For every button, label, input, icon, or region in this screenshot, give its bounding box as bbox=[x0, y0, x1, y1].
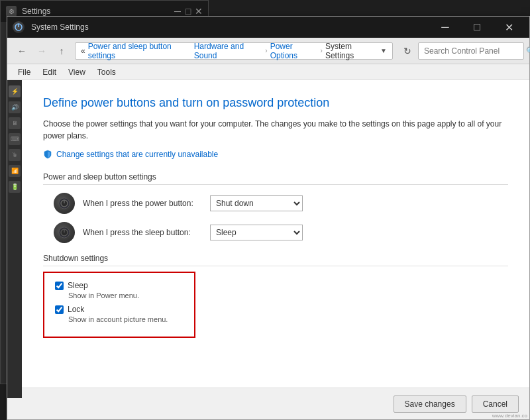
minimize-button[interactable]: ─ bbox=[430, 17, 460, 38]
refresh-button[interactable]: ↻ bbox=[398, 42, 417, 60]
sleep-checkbox-label: Sleep bbox=[68, 281, 88, 290]
outer-maximize-button[interactable]: □ bbox=[184, 7, 192, 15]
sleep-button-label: When I press the sleep button: bbox=[83, 228, 202, 237]
bottom-bar: Save changes Cancel bbox=[22, 388, 529, 419]
breadcrumb-sep-1: › bbox=[265, 47, 267, 54]
sleep-button-select[interactable]: Do nothing Sleep Hibernate Shut down Tur… bbox=[210, 225, 303, 240]
sidebar-icon-4[interactable]: 🖱 bbox=[9, 149, 21, 161]
breadcrumb-prefix: « bbox=[81, 46, 85, 56]
up-button[interactable]: ↑ bbox=[52, 42, 71, 60]
outer-close-button[interactable]: ✕ bbox=[195, 7, 203, 15]
page-title: Define power buttons and turn on passwor… bbox=[43, 96, 508, 110]
page-description: Choose the power settings that you want … bbox=[43, 118, 508, 142]
breadcrumb-dropdown-icon[interactable]: ▼ bbox=[380, 47, 387, 54]
power-button-select[interactable]: Do nothing Sleep Hibernate Shut down Tur… bbox=[210, 195, 303, 211]
watermark: www.devian.co bbox=[492, 413, 527, 419]
power-button-row: When I press the power button: Do nothin… bbox=[43, 193, 508, 214]
power-button-label: When I press the power button: bbox=[83, 199, 202, 208]
sleep-button-row: When I press the sleep button: Do nothin… bbox=[43, 222, 508, 243]
breadcrumb-hardware-sound-label[interactable]: Hardware and Sound bbox=[194, 42, 263, 60]
shutdown-box: Sleep Show in Power menu. Lock Show in a… bbox=[43, 272, 195, 338]
navbar: ← → ↑ « Power and sleep button settings … bbox=[7, 38, 529, 64]
sidebar-icon-2[interactable]: 🖥 bbox=[9, 117, 21, 129]
main-titlebar: System Settings ─ □ ✕ bbox=[7, 17, 529, 38]
forward-button[interactable]: → bbox=[32, 42, 51, 60]
cancel-button[interactable]: Cancel bbox=[472, 395, 519, 413]
settings-link[interactable]: Change settings that are currently unava… bbox=[43, 150, 508, 159]
lock-checkbox-label: Lock bbox=[68, 305, 84, 314]
sidebar-icon-1[interactable]: 🔊 bbox=[9, 101, 21, 113]
main-titlebar-controls[interactable]: ─ □ ✕ bbox=[430, 17, 524, 38]
search-icon[interactable]: 🔍 bbox=[526, 46, 530, 56]
left-sidebar: ⚡ 🔊 🖥 ⌨ 🖱 📶 🔋 bbox=[7, 80, 22, 398]
sleep-sub-label: Show in Power menu. bbox=[68, 291, 184, 299]
outer-window-title: Settings bbox=[22, 7, 168, 16]
sidebar-icon-3[interactable]: ⌨ bbox=[9, 133, 21, 145]
sleep-checkbox[interactable] bbox=[55, 282, 64, 290]
search-input[interactable] bbox=[424, 46, 523, 56]
breadcrumb-current: System Settings bbox=[325, 42, 378, 60]
menu-tools[interactable]: Tools bbox=[92, 66, 121, 78]
lock-sub-label: Show in account picture menu. bbox=[68, 315, 184, 323]
outer-window-icon: ⚙ bbox=[6, 6, 17, 17]
breadcrumb-sep-2: › bbox=[321, 47, 323, 54]
shutdown-section-label: Shutdown settings bbox=[43, 254, 508, 266]
main-window: System Settings ─ □ ✕ ← → ↑ « Power and … bbox=[7, 16, 530, 420]
close-button[interactable]: ✕ bbox=[494, 17, 524, 38]
shield-icon bbox=[43, 150, 52, 159]
menu-view[interactable]: View bbox=[63, 66, 91, 78]
sidebar-icon-6[interactable]: 🔋 bbox=[9, 181, 21, 193]
menu-file[interactable]: File bbox=[13, 66, 36, 78]
sleep-checkbox-row: Sleep bbox=[55, 281, 184, 290]
back-button[interactable]: ← bbox=[13, 42, 31, 60]
save-changes-button[interactable]: Save changes bbox=[394, 395, 466, 413]
settings-link-text[interactable]: Change settings that are currently unava… bbox=[56, 150, 218, 159]
maximize-button[interactable]: □ bbox=[462, 17, 492, 38]
lock-checkbox-row: Lock bbox=[55, 305, 184, 314]
sleep-button-icon bbox=[54, 222, 75, 243]
power-sleep-section-label: Power and sleep button settings bbox=[43, 172, 508, 185]
breadcrumb-bar: « Power and sleep button settings Hardwa… bbox=[75, 42, 393, 60]
content-area: Define power buttons and turn on passwor… bbox=[22, 80, 529, 419]
menubar: File Edit View Tools bbox=[7, 64, 529, 80]
search-box: 🔍 bbox=[418, 42, 524, 60]
breadcrumb-hardware-sound[interactable]: Power and sleep button settings bbox=[88, 42, 191, 60]
outer-minimize-button[interactable]: ─ bbox=[174, 7, 182, 15]
menu-edit[interactable]: Edit bbox=[37, 66, 62, 78]
sidebar-icon-0[interactable]: ⚡ bbox=[9, 85, 21, 97]
main-window-title: System Settings bbox=[31, 23, 425, 32]
sidebar-icon-5[interactable]: 📶 bbox=[9, 165, 21, 177]
breadcrumb-power-options[interactable]: Power Options bbox=[270, 42, 318, 60]
shutdown-section: Shutdown settings Sleep Show in Power me… bbox=[43, 254, 508, 338]
main-window-icon bbox=[13, 21, 25, 33]
power-button-icon bbox=[54, 193, 75, 214]
lock-checkbox[interactable] bbox=[55, 305, 64, 314]
outer-window-controls: ─ □ ✕ bbox=[174, 7, 203, 15]
